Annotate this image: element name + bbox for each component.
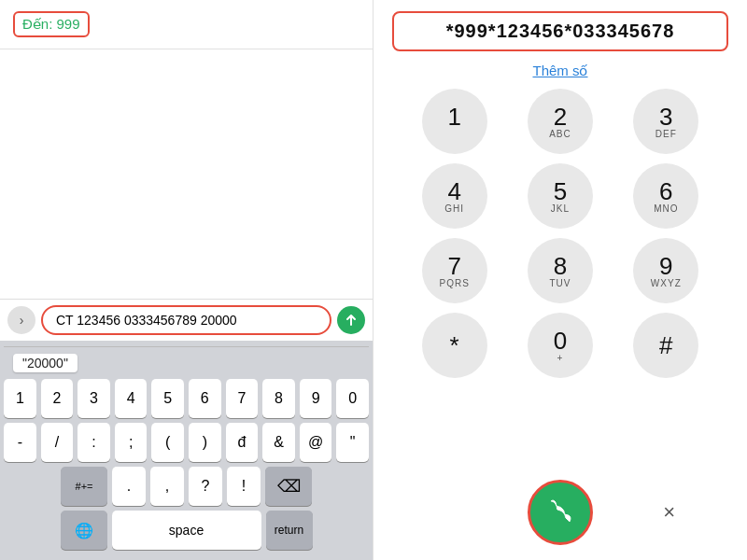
key-4[interactable]: 4 bbox=[115, 379, 148, 418]
suggestion-word[interactable]: "20000" bbox=[13, 354, 78, 372]
keyboard-suggestion-row: "20000" bbox=[4, 346, 369, 379]
dial-key-8-sub: TUV bbox=[549, 279, 571, 288]
dialpad-left-spacer bbox=[428, 489, 474, 536]
dial-key-0-sub: + bbox=[557, 354, 564, 363]
key-1[interactable]: 1 bbox=[4, 379, 36, 418]
dial-key-8-main: 8 bbox=[554, 254, 567, 278]
action-key-row: #+= . , ? ! ⌫ bbox=[4, 467, 369, 506]
keyboard: "20000" 1 2 3 4 5 6 7 8 9 0 - / : ; ( ) … bbox=[0, 341, 373, 560]
call-icon bbox=[545, 497, 575, 527]
dial-key-4-main: 4 bbox=[447, 179, 460, 203]
key-at[interactable]: @ bbox=[300, 423, 332, 462]
number-key-row: 1 2 3 4 5 6 7 8 9 0 bbox=[4, 379, 369, 418]
dial-key-1-sub bbox=[453, 130, 457, 139]
key-6[interactable]: 6 bbox=[189, 379, 221, 418]
key-9[interactable]: 9 bbox=[300, 379, 332, 418]
dial-key-3-sub: DEF bbox=[655, 130, 677, 139]
dial-key-2-sub: ABC bbox=[549, 130, 571, 139]
dialpad-actions: × bbox=[374, 474, 747, 560]
key-return[interactable]: return bbox=[266, 511, 313, 550]
sms-header: Đến: 999 bbox=[0, 0, 373, 49]
send-arrow-icon bbox=[345, 314, 358, 327]
dialpad-row-1: 1 2 ABC 3 DEF bbox=[402, 89, 719, 154]
dial-key-0[interactable]: 0 + bbox=[528, 313, 593, 378]
dial-key-0-main: 0 bbox=[554, 329, 567, 353]
dial-key-1[interactable]: 1 bbox=[422, 89, 487, 154]
dial-key-9-main: 9 bbox=[659, 254, 672, 278]
key-colon[interactable]: : bbox=[78, 423, 110, 462]
dial-key-4[interactable]: 4 GHI bbox=[422, 163, 487, 229]
key-ampersand[interactable]: & bbox=[262, 423, 295, 462]
key-5[interactable]: 5 bbox=[151, 379, 184, 418]
bottom-key-row: 🌐 space return bbox=[4, 511, 369, 550]
dial-key-3[interactable]: 3 DEF bbox=[633, 89, 698, 154]
dial-key-star[interactable]: * bbox=[422, 313, 487, 378]
dial-key-4-sub: GHI bbox=[444, 204, 464, 214]
dial-key-hash[interactable]: # bbox=[633, 313, 698, 378]
key-close-paren[interactable]: ) bbox=[189, 423, 221, 462]
dial-key-5[interactable]: 5 JKL bbox=[528, 163, 593, 229]
key-2[interactable]: 2 bbox=[41, 379, 74, 418]
key-space[interactable]: space bbox=[112, 511, 261, 550]
dial-key-7-sub: PQRS bbox=[439, 279, 469, 288]
dial-key-5-main: 5 bbox=[554, 179, 567, 203]
to-label: Đến: 999 bbox=[22, 16, 80, 33]
key-8[interactable]: 8 bbox=[262, 379, 295, 418]
sms-input-row: › bbox=[0, 299, 373, 341]
key-7[interactable]: 7 bbox=[226, 379, 259, 418]
dial-key-star-main: * bbox=[450, 333, 459, 357]
dial-key-2[interactable]: 2 ABC bbox=[528, 89, 593, 154]
add-number-link[interactable]: Thêm số bbox=[532, 63, 587, 79]
sms-send-button[interactable] bbox=[337, 306, 365, 334]
delete-icon: × bbox=[663, 500, 675, 525]
dial-key-9[interactable]: 9 WXYZ bbox=[633, 238, 698, 303]
dialpad-row-4: * 0 + # bbox=[402, 313, 719, 378]
key-0[interactable]: 0 bbox=[336, 379, 369, 418]
key-3[interactable]: 3 bbox=[78, 379, 110, 418]
key-question[interactable]: ? bbox=[189, 467, 222, 506]
dial-key-8[interactable]: 8 TUV bbox=[528, 238, 593, 303]
key-d-stroke[interactable]: đ bbox=[226, 423, 259, 462]
symbol-key-row: - / : ; ( ) đ & @ " bbox=[4, 423, 369, 462]
dial-key-2-main: 2 bbox=[554, 105, 567, 129]
dial-key-6[interactable]: 6 MNO bbox=[633, 163, 698, 229]
dialpad-row-3: 7 PQRS 8 TUV 9 WXYZ bbox=[402, 238, 719, 303]
key-dash[interactable]: - bbox=[4, 423, 36, 462]
key-comma[interactable]: , bbox=[150, 467, 184, 506]
sms-text-input[interactable] bbox=[41, 305, 331, 335]
key-period[interactable]: . bbox=[112, 467, 146, 506]
sms-panel: Đến: 999 › "20000" 1 2 3 4 5 6 7 8 9 bbox=[0, 0, 374, 560]
to-field-box: Đến: 999 bbox=[13, 11, 90, 37]
key-semicolon[interactable]: ; bbox=[115, 423, 148, 462]
dial-key-hash-main: # bbox=[659, 333, 672, 357]
dial-key-7[interactable]: 7 PQRS bbox=[422, 238, 487, 303]
dial-key-1-main: 1 bbox=[447, 105, 460, 129]
call-button[interactable] bbox=[528, 480, 593, 545]
dial-key-6-sub: MNO bbox=[654, 204, 678, 214]
dialpad-delete-button[interactable]: × bbox=[646, 489, 693, 536]
sms-expand-button[interactable]: › bbox=[7, 306, 35, 334]
dialer-number-bar: *999*123456*033345678 bbox=[374, 0, 747, 57]
dial-key-3-main: 3 bbox=[659, 105, 672, 129]
dial-key-6-main: 6 bbox=[659, 179, 672, 203]
dialer-number-display: *999*123456*033345678 bbox=[392, 11, 728, 51]
dial-key-7-main: 7 bbox=[447, 254, 460, 278]
dialer-panel: *999*123456*033345678 Thêm số 1 2 ABC 3 … bbox=[374, 0, 747, 560]
key-numpad-toggle[interactable]: #+= bbox=[61, 467, 107, 506]
key-quote[interactable]: " bbox=[336, 423, 369, 462]
dialpad-row-2: 4 GHI 5 JKL 6 MNO bbox=[402, 163, 719, 229]
key-exclamation[interactable]: ! bbox=[227, 467, 261, 506]
key-globe[interactable]: 🌐 bbox=[61, 511, 107, 550]
key-backspace[interactable]: ⌫ bbox=[265, 467, 312, 506]
key-slash[interactable]: / bbox=[41, 423, 74, 462]
key-open-paren[interactable]: ( bbox=[151, 423, 184, 462]
sms-body bbox=[0, 49, 373, 299]
dial-key-5-sub: JKL bbox=[551, 204, 570, 214]
dialpad: 1 2 ABC 3 DEF 4 GHI 5 JKL 6 MN bbox=[374, 89, 747, 474]
dial-key-9-sub: WXYZ bbox=[651, 279, 682, 288]
